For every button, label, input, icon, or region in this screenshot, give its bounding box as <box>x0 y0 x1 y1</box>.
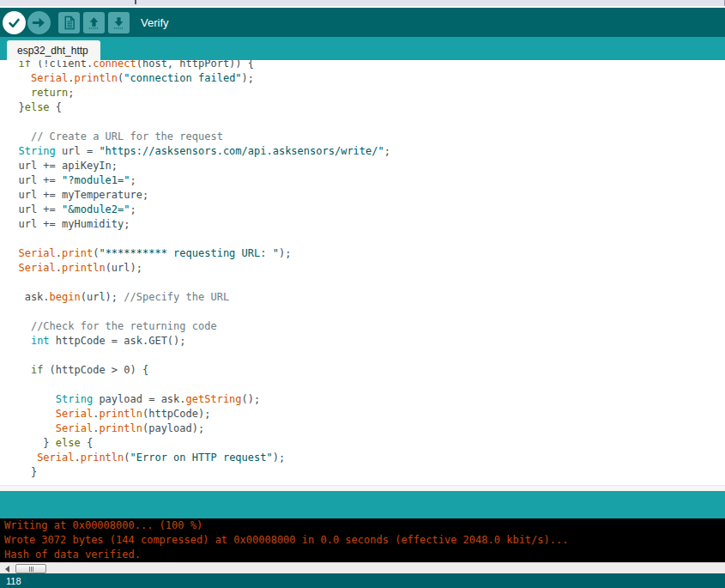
window-artifact <box>135 0 136 4</box>
code-editor[interactable]: if (!client.connect(host, httpPort)) { S… <box>0 60 725 485</box>
console-output: Writing at 0x00008000... (100 %)Wrote 30… <box>0 518 725 562</box>
document-icon <box>62 15 76 30</box>
toolbar-tooltip: Verify <box>141 16 169 29</box>
tab-bar: esp32_dht_http <box>0 37 725 60</box>
scroll-left-arrow-icon[interactable] <box>2 564 12 573</box>
editor-bottom-strip <box>0 485 725 491</box>
status-bar: 118 <box>0 573 725 588</box>
toolbar: Verify <box>0 8 725 37</box>
check-icon <box>7 15 21 30</box>
up-arrow-tray-icon <box>87 15 101 30</box>
verify-button[interactable] <box>3 11 26 34</box>
down-arrow-tray-icon <box>112 15 126 30</box>
open-sketch-button[interactable] <box>83 12 105 33</box>
tab-label: esp32_dht_http <box>17 45 88 57</box>
scrollbar-thumb[interactable] <box>15 564 46 573</box>
arduino-ide-window: Verify esp32_dht_http if (!client.connec… <box>0 0 725 588</box>
current-line-number: 118 <box>6 576 21 586</box>
code-text: if (!client.connect(host, httpPort)) { S… <box>0 60 725 480</box>
save-sketch-button[interactable] <box>108 12 130 33</box>
console-horizontal-scrollbar <box>0 562 725 573</box>
upload-button[interactable] <box>27 11 51 34</box>
clipped-window-strip <box>0 0 725 6</box>
console-header-band <box>0 491 725 518</box>
tab-esp32-dht-http[interactable]: esp32_dht_http <box>7 40 100 60</box>
right-arrow-icon <box>32 15 46 30</box>
new-sketch-button[interactable] <box>58 12 80 33</box>
